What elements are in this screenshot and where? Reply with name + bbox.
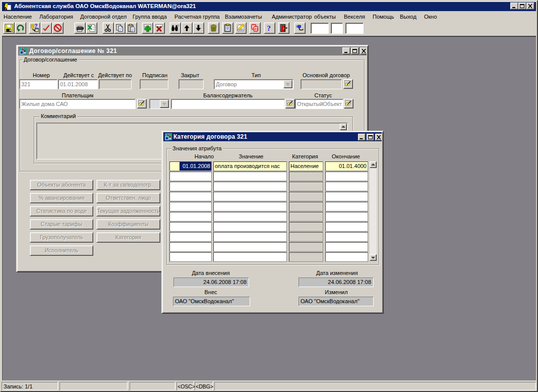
svg-text:?: ? bbox=[267, 24, 271, 32]
svg-text:F1: F1 bbox=[255, 28, 259, 31]
svg-text:?: ? bbox=[34, 24, 37, 29]
